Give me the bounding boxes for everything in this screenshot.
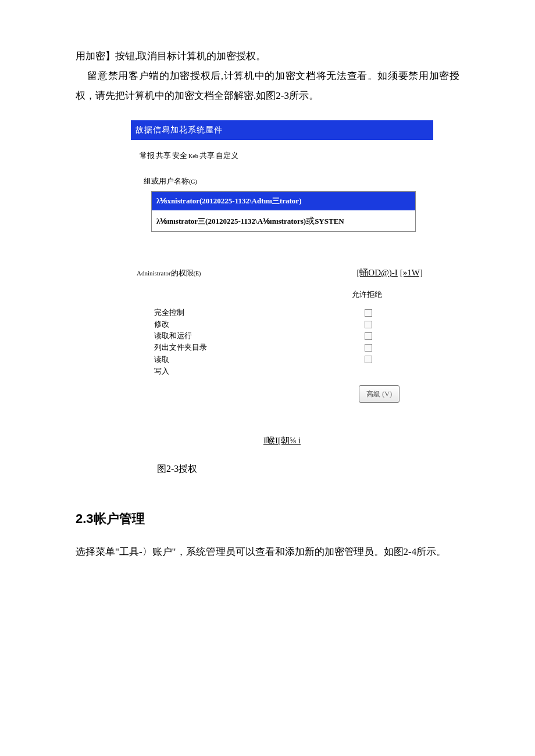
checkbox[interactable] [365,356,372,363]
tab-general[interactable]: 常报 [140,151,155,160]
checkbox[interactable] [365,321,372,328]
add-remove-buttons: [蛹OD@)-I [»1W] [356,264,423,281]
tab-sub: Keb [188,153,198,159]
perm-write: 写入 [154,366,329,377]
permissions-dialog: 故据信舄加花系统屋件 常报共享安全Keb共享自定义 组或用户名称(G) λ⅟₈x… [131,120,433,449]
perm-full-control: 完全控制 [154,307,329,318]
permissions-for-label: Adninistrator的权限(E) [137,266,201,281]
perm-row: 写入 [154,366,433,377]
checkbox[interactable] [365,332,372,340]
allow-deny-header: 允许拒绝 [131,287,433,302]
group-label-text: 组或用户名称 [144,177,189,185]
user-row-2-en: SYSTEN [315,217,344,225]
perm-list: 列出文件夹目录 [154,342,329,353]
checkbox[interactable] [365,344,372,352]
figure-caption: 图2-3授权 [157,460,459,478]
paragraph-2: 留意禁用客户端的加密授权后,计算机中的加密文档将无法查看。如须要禁用加密授权，请… [76,66,459,106]
user-row-2-text: λ⅟₈ınıstrator三(20120225-1132\A⅟₈ınıstrat… [156,217,306,225]
perm-read-exec: 读取和运行 [154,330,329,342]
dialog-bottom-buttons[interactable]: I喉I[朝⅝ i [131,432,433,449]
remove-button[interactable]: [»1W] [400,264,423,281]
paragraph-1: 用加密】按钮,取消目标计算机的加密授权。 [76,46,459,66]
tab-share-1[interactable]: 共享 [156,151,171,160]
tab-strip: 常报共享安全Keb共享自定义 [140,148,433,163]
checkbox[interactable] [365,309,372,317]
perm-row: 列出文件夹目录 [154,342,433,353]
advanced-button[interactable]: 高級 (V) [359,385,400,403]
dialog-titlebar: 故据信舄加花系统屋件 [131,120,433,140]
perm-label-sub: (E) [194,270,201,277]
user-row-2-cjk: 或 [306,216,315,225]
paragraph-3: 选择菜单"工具-〉账户"，系统管理员可以查看和添加新的加密管理员。如图2-4所示… [76,542,459,562]
permissions-table: 完全控制 修改 读取和运行 列出文件夹目录 读取 写入 [154,307,433,377]
perm-row: 读取和运行 [154,330,433,342]
user-row-selected[interactable]: λ⅟₈xnistrator(20120225-1132\Adtını三trato… [152,192,415,210]
section-title-2-3: 2.3帐户管理 [76,506,459,532]
perm-row: 完全控制 [154,307,433,318]
perm-row: 读取 [154,354,433,366]
perm-label-en: Adninistrator [137,270,171,277]
group-label-suffix: (G) [189,178,197,185]
perm-row: 修改 [154,318,433,330]
add-button[interactable]: [蛹OD@)-I [356,264,397,281]
perm-modify: 修改 [154,318,329,330]
group-users-label: 组或用户名称(G) [144,174,433,189]
tab-share-2[interactable]: 共享 [199,151,215,160]
perm-label-cn: 的权限 [171,268,194,277]
user-listbox[interactable]: λ⅟₈xnistrator(20120225-1132\Adtını三trato… [151,191,416,232]
tab-custom[interactable]: 自定义 [216,151,238,160]
tab-security[interactable]: 安全 [172,151,187,160]
perm-read: 读取 [154,354,329,366]
user-row-2[interactable]: λ⅟₈ınıstrator三(20120225-1132\A⅟₈ınıstrat… [152,210,415,231]
